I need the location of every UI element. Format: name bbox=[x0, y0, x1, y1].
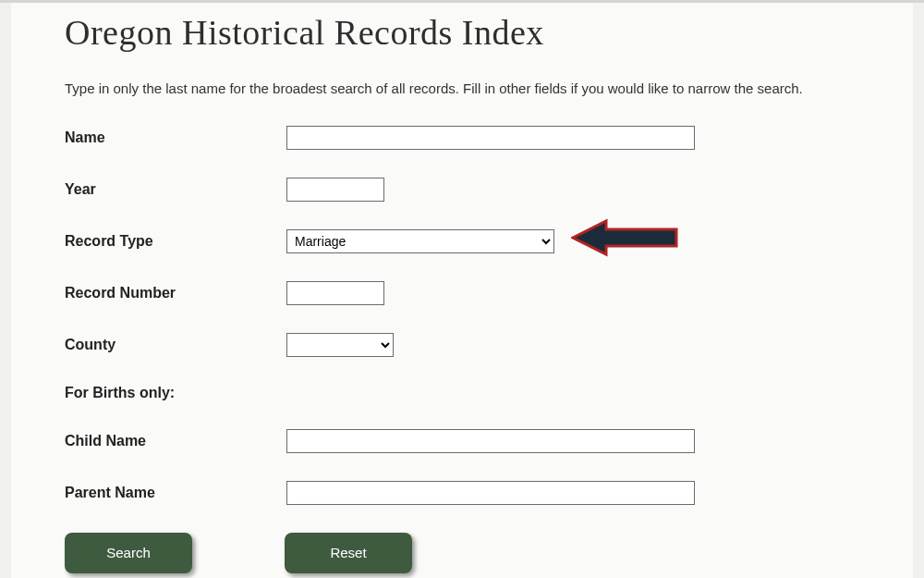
reset-button[interactable]: Reset bbox=[285, 533, 412, 573]
record-number-label: Record Number bbox=[65, 285, 286, 301]
record-number-input[interactable] bbox=[286, 281, 384, 305]
county-select[interactable] bbox=[286, 333, 394, 357]
name-input[interactable] bbox=[286, 126, 695, 150]
parent-name-row: Parent Name bbox=[65, 481, 859, 505]
county-label: County bbox=[65, 337, 286, 353]
page-title: Oregon Historical Records Index bbox=[65, 12, 859, 53]
parent-name-label: Parent Name bbox=[65, 485, 286, 501]
name-label: Name bbox=[65, 129, 286, 146]
child-name-row: Child Name bbox=[65, 429, 859, 453]
child-name-label: Child Name bbox=[65, 433, 286, 449]
record-type-label: Record Type bbox=[65, 233, 286, 250]
year-row: Year bbox=[65, 178, 859, 202]
record-type-row: Record Type Marriage bbox=[65, 229, 859, 253]
button-row: Search Reset bbox=[65, 533, 859, 573]
year-input[interactable] bbox=[286, 178, 384, 202]
parent-name-input[interactable] bbox=[286, 481, 695, 505]
record-type-select[interactable]: Marriage bbox=[286, 229, 554, 253]
year-label: Year bbox=[65, 181, 286, 198]
search-button[interactable]: Search bbox=[65, 533, 192, 573]
child-name-input[interactable] bbox=[286, 429, 695, 453]
record-number-row: Record Number bbox=[65, 281, 859, 305]
instructions-text: Type in only the last name for the broad… bbox=[65, 79, 859, 100]
births-section-heading: For Births only: bbox=[65, 385, 859, 401]
county-row: County bbox=[65, 333, 859, 357]
name-row: Name bbox=[65, 126, 859, 150]
